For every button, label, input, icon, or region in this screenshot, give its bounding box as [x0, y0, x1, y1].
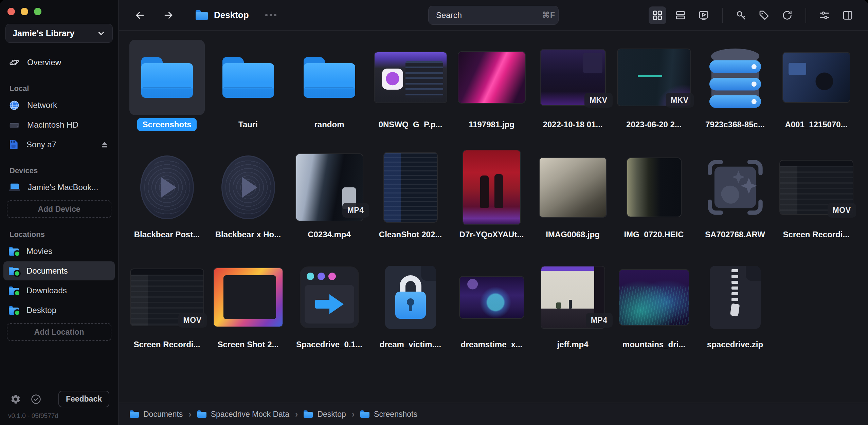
sidebar-item-macintosh-hd[interactable]: Macintosh HD — [3, 115, 115, 134]
file-item-sa702768-arw[interactable]: SA702768.ARW — [694, 150, 776, 260]
file-item-dreamstime-x[interactable]: dreamstime_x... — [451, 260, 532, 370]
settings-gear-icon[interactable] — [10, 394, 21, 405]
inspector-toggle-button[interactable] — [839, 6, 856, 24]
key-manager-button[interactable] — [732, 6, 750, 24]
close-button[interactable] — [7, 8, 15, 15]
thumbnail-area[interactable] — [211, 260, 286, 335]
file-item-imag0068-jpg[interactable]: IMAG0068.jpg — [532, 150, 613, 260]
thumbnail-area[interactable] — [129, 40, 205, 115]
library-switcher[interactable]: Jamie's Library — [5, 24, 113, 43]
minimize-button[interactable] — [21, 8, 28, 15]
file-item-mountains-dri[interactable]: mountains_dri... — [613, 260, 694, 370]
file-item-d7r-yqoxyaut[interactable]: D7r-YQoXYAUt... — [451, 150, 532, 260]
thumbnail-area[interactable] — [454, 40, 529, 115]
traffic-lights — [0, 0, 118, 15]
folder-icon — [9, 267, 19, 275]
thumbnail-area[interactable] — [779, 40, 854, 115]
file-item-a001-1215070[interactable]: A001_1215070... — [776, 40, 857, 150]
file-name: Blackbear x Ho... — [210, 228, 286, 241]
search-box[interactable]: ⌘F — [428, 6, 559, 25]
file-item-blackbear-x-ho[interactable]: Blackbear x Ho... — [207, 150, 289, 260]
file-item-blackbear-post[interactable]: Blackbear Post... — [126, 150, 207, 260]
locked-file-icon — [385, 266, 436, 329]
list-view-button[interactable] — [672, 6, 689, 24]
thumbnail-area[interactable]: MKV — [616, 40, 692, 115]
file-item-screen-recordi[interactable]: MOVScreen Recordi... — [126, 260, 207, 370]
thumbnail-area[interactable] — [373, 150, 448, 225]
file-item-2023-06-20-2[interactable]: MKV2023-06-20 2... — [613, 40, 694, 150]
file-item-2022-10-18-01[interactable]: MKV2022-10-18 01... — [532, 40, 613, 150]
back-button[interactable] — [131, 6, 149, 24]
folder-item-tauri[interactable]: Tauri — [207, 40, 289, 150]
thumbnail-area[interactable] — [616, 260, 692, 335]
section-title-local: Local — [10, 84, 118, 93]
thumbnail-area[interactable] — [698, 40, 773, 115]
file-item-1197981-jpg[interactable]: 1197981.jpg — [451, 40, 532, 150]
thumbnail-area[interactable]: MOV — [129, 260, 205, 335]
sidebar-item-overview[interactable]: Overview — [3, 53, 115, 72]
file-item-c0234-mp4[interactable]: MP4C0234.mp4 — [289, 150, 370, 260]
thumbnail-area[interactable] — [454, 260, 529, 335]
thumbnail-area[interactable] — [698, 260, 773, 335]
breadcrumb-item-screenshots[interactable]: Screenshots — [360, 410, 417, 419]
file-item-spacedrive-0-1[interactable]: Spacedrive_0.1... — [289, 260, 370, 370]
thumbnail-area[interactable] — [211, 40, 286, 115]
filters-button[interactable] — [816, 6, 833, 24]
add-device-button[interactable]: Add Device — [7, 200, 111, 218]
add-location-button[interactable]: Add Location — [7, 323, 111, 341]
sidebar-item-jamie-s-macbook[interactable]: Jamie's MacBook... — [3, 178, 115, 197]
thumbnail-area[interactable] — [373, 260, 448, 335]
feedback-button[interactable]: Feedback — [58, 391, 109, 407]
forward-button[interactable] — [160, 6, 177, 24]
file-item-screen-shot-2[interactable]: Screen Shot 2... — [207, 260, 289, 370]
file-item-dream-victim[interactable]: dream_victim.... — [370, 260, 451, 370]
grid-view-icon — [652, 10, 663, 21]
eject-icon[interactable] — [100, 140, 109, 149]
breadcrumb-item-spacedrive-mock-data[interactable]: Spacedrive Mock Data — [197, 410, 289, 419]
sidebar-item-documents[interactable]: Documents — [3, 261, 115, 280]
sidebar-item-desktop[interactable]: Desktop — [3, 301, 115, 320]
more-options-icon[interactable] — [265, 14, 276, 16]
sidebar-item-label: Jamie's MacBook... — [28, 183, 109, 192]
sidebar-item-network[interactable]: Network — [3, 96, 115, 115]
thumbnail-area[interactable]: MOV — [779, 150, 854, 225]
file-item-img-0720-heic[interactable]: IMG_0720.HEIC — [613, 150, 694, 260]
file-item-screen-recordi[interactable]: MOVScreen Recordi... — [776, 150, 857, 260]
breadcrumb-item-desktop[interactable]: Desktop — [304, 410, 346, 419]
thumbnail-area[interactable] — [129, 150, 205, 225]
thumbnail-area[interactable]: MP4 — [535, 260, 611, 335]
sidebar-item-movies[interactable]: Movies — [3, 242, 115, 261]
sidebar-item-downloads[interactable]: Downloads — [3, 281, 115, 300]
breadcrumb-item-documents[interactable]: Documents — [130, 410, 183, 419]
file-name: 0NSWQ_G_P.p... — [374, 118, 448, 131]
file-item-jeff-mp4[interactable]: MP4jeff.mp4 — [532, 260, 613, 370]
file-item-7923c368-85c[interactable]: 7923c368-85c... — [694, 40, 776, 150]
thumbnail-area[interactable] — [292, 260, 367, 335]
search-input[interactable] — [435, 10, 542, 20]
file-name: spacedrive.zip — [702, 338, 768, 351]
sidebar-item-sony-a7[interactable]: Sony a7 — [3, 135, 115, 154]
file-name: 7923c368-85c... — [700, 118, 770, 131]
thumbnail-area[interactable] — [211, 150, 286, 225]
file-item-0nswq-g-p-p[interactable]: 0NSWQ_G_P.p... — [370, 40, 451, 150]
thumbnail-area[interactable] — [698, 150, 773, 225]
media-view-button[interactable] — [695, 6, 712, 24]
grid-view-button[interactable] — [649, 6, 666, 24]
zoom-button[interactable] — [34, 8, 41, 15]
folder-item-random[interactable]: random — [289, 40, 370, 150]
thumbnail-area[interactable] — [535, 150, 611, 225]
folder-icon — [304, 410, 313, 418]
thumbnail-area[interactable]: MKV — [535, 40, 611, 115]
thumbnail-area[interactable]: MP4 — [292, 150, 367, 225]
thumbnail-area[interactable] — [373, 40, 448, 115]
folder-item-screenshots[interactable]: Screenshots — [126, 40, 207, 150]
thumbnail-area[interactable] — [616, 150, 692, 225]
thumbnail-area[interactable] — [292, 40, 367, 115]
file-item-cleanshot-202[interactable]: CleanShot 202... — [370, 150, 451, 260]
tags-button[interactable] — [755, 6, 773, 24]
thumbnail-area[interactable] — [454, 150, 529, 225]
file-item-spacedrive-zip[interactable]: spacedrive.zip — [694, 260, 776, 370]
check-circle-icon[interactable] — [31, 394, 41, 405]
breadcrumb-label: Documents — [143, 410, 183, 419]
refresh-button[interactable] — [778, 6, 796, 24]
